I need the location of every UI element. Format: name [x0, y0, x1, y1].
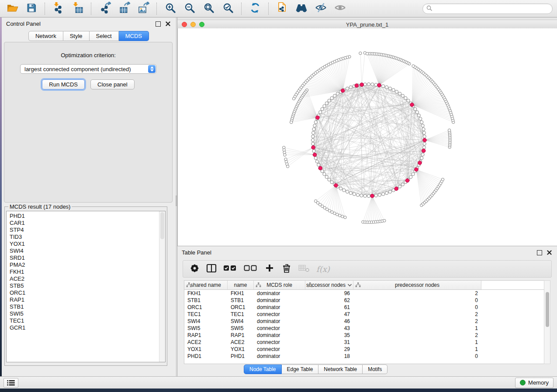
mcds-result-item[interactable]: TEC1	[10, 317, 165, 324]
float-panel-icon[interactable]	[156, 21, 161, 27]
cell-predecessor-nodes[interactable]: 2	[353, 311, 481, 318]
tab-mcds[interactable]: MCDS	[119, 31, 149, 41]
column-header-successor-nodes[interactable]: successor nodes	[305, 281, 353, 289]
cell-shared-name[interactable]: YOX1	[184, 346, 228, 353]
cell-name[interactable]: STB1	[228, 297, 254, 304]
mcds-list-scrollbar[interactable]	[159, 211, 165, 362]
cell-name[interactable]: RAP1	[228, 332, 254, 339]
cell-shared-name[interactable]: RAP1	[184, 332, 228, 339]
hide-selected-button[interactable]	[313, 2, 329, 16]
open-folder-button[interactable]	[4, 2, 20, 16]
cell-successor-nodes[interactable]: 43	[305, 325, 353, 332]
import-table-button[interactable]	[70, 2, 86, 16]
cell-predecessor-nodes[interactable]: 1	[353, 346, 481, 353]
cell-name[interactable]: FKH1	[228, 290, 254, 297]
cell-predecessor-nodes[interactable]: 0	[353, 304, 481, 311]
cell-predecessor-nodes[interactable]: 1	[353, 325, 481, 332]
column-view-button[interactable]	[206, 263, 217, 275]
close-table-panel-icon[interactable]	[547, 250, 552, 255]
run-mcds-button[interactable]: Run MCDS	[42, 79, 85, 89]
cell-MCDS-role[interactable]: connector	[254, 339, 305, 346]
cell-name[interactable]: ACE2	[228, 339, 254, 346]
table-row[interactable]: FKH1FKH1dominator962	[184, 290, 544, 297]
table-row[interactable]: ACE2ACE2connector311	[184, 339, 544, 346]
mcds-result-item[interactable]: SRD1	[10, 254, 165, 261]
zoom-selected-button[interactable]	[220, 2, 236, 16]
cell-MCDS-role[interactable]: dominator	[254, 297, 305, 304]
cell-shared-name[interactable]: SWI4	[184, 318, 228, 325]
tab-motifs[interactable]: Motifs	[363, 364, 387, 374]
node-table[interactable]: shared namenameMCDS rolesuccessor nodesp…	[184, 280, 545, 364]
cell-name[interactable]: ORC1	[228, 304, 254, 311]
table-row[interactable]: SWI5SWI5connector431	[184, 325, 544, 332]
cell-name[interactable]: PHD1	[228, 353, 254, 360]
cell-name[interactable]: TEC1	[228, 311, 254, 318]
column-header-MCDS-role[interactable]: MCDS role	[254, 281, 305, 289]
tab-network-table[interactable]: Network Table	[318, 364, 363, 374]
cell-successor-nodes[interactable]: 29	[305, 346, 353, 353]
export-image-button[interactable]	[135, 2, 151, 16]
cell-predecessor-nodes[interactable]: 2	[353, 318, 481, 325]
mcds-result-item[interactable]: PMA2	[10, 261, 165, 268]
delete-column-button[interactable]	[281, 263, 292, 275]
import-network-button[interactable]	[51, 2, 66, 16]
select-all-button[interactable]	[223, 263, 237, 275]
float-table-panel-icon[interactable]	[537, 250, 542, 255]
cell-successor-nodes[interactable]: 47	[305, 311, 353, 318]
cell-shared-name[interactable]: SWI5	[184, 325, 228, 332]
gear-button[interactable]	[189, 263, 200, 275]
cell-predecessor-nodes[interactable]: 2	[353, 332, 481, 339]
mcds-result-item[interactable]: FKH1	[10, 268, 165, 275]
cell-MCDS-role[interactable]: connector	[254, 325, 305, 332]
task-history-button[interactable]	[3, 378, 18, 388]
mcds-result-item[interactable]: PHD1	[10, 213, 165, 220]
network-window-titlebar[interactable]: YPA_prune.txt_1	[177, 20, 557, 29]
save-button[interactable]	[24, 2, 39, 16]
network-canvas[interactable]	[177, 28, 557, 246]
mcds-result-item[interactable]: STB1	[10, 303, 165, 310]
export-table-button[interactable]	[116, 2, 132, 16]
add-column-button[interactable]	[264, 263, 275, 275]
table-scrollbar-thumb[interactable]	[546, 292, 549, 327]
cell-shared-name[interactable]: ACE2	[184, 339, 228, 346]
cell-predecessor-nodes[interactable]: 0	[353, 297, 481, 304]
zoom-out-button[interactable]	[182, 2, 197, 16]
mcds-result-item[interactable]: ACE2	[10, 275, 165, 282]
cell-shared-name[interactable]: TEC1	[184, 311, 228, 318]
cell-predecessor-nodes[interactable]: 0	[353, 353, 481, 360]
tab-select[interactable]: Select	[90, 31, 119, 41]
close-panel-icon[interactable]	[166, 21, 170, 26]
table-row[interactable]: RAP1RAP1dominator352	[184, 332, 544, 339]
cell-name[interactable]: SWI5	[228, 325, 254, 332]
cell-MCDS-role[interactable]: connector	[254, 311, 305, 318]
mcds-result-item[interactable]: GCR1	[10, 324, 165, 331]
mcds-result-item[interactable]: YOX1	[10, 241, 165, 248]
refresh-button[interactable]	[247, 2, 263, 16]
mcds-result-item[interactable]: SWI4	[10, 248, 165, 254]
cell-MCDS-role[interactable]: connector	[254, 346, 305, 353]
search-input[interactable]	[434, 5, 549, 12]
export-network-button[interactable]	[97, 2, 113, 16]
cell-successor-nodes[interactable]: 46	[305, 318, 353, 325]
column-header-name[interactable]: name	[228, 281, 254, 289]
cell-successor-nodes[interactable]: 18	[305, 353, 353, 360]
table-row[interactable]: TEC1TEC1connector472	[184, 311, 544, 318]
splitter-grip[interactable]	[176, 196, 177, 206]
column-header-predecessor-nodes[interactable]: predecessor nodes	[353, 281, 481, 289]
table-row[interactable]: STB1STB1dominator620	[184, 297, 544, 304]
mcds-result-item[interactable]: STB5	[10, 282, 165, 289]
scrollbar-thumb[interactable]	[160, 212, 164, 239]
cell-predecessor-nodes[interactable]: 1	[353, 339, 481, 346]
tab-node-table[interactable]: Node Table	[244, 364, 282, 374]
optimization-select[interactable]: largest connected component (undirected)	[20, 64, 156, 74]
cell-name[interactable]: YOX1	[228, 346, 254, 353]
cell-successor-nodes[interactable]: 35	[305, 332, 353, 339]
deselect-all-button[interactable]	[244, 263, 258, 275]
search-network-button[interactable]	[294, 2, 309, 16]
mcds-result-item[interactable]: SWI5	[10, 310, 165, 317]
cell-shared-name[interactable]: PHD1	[184, 353, 228, 360]
cell-name[interactable]: SWI4	[228, 318, 254, 325]
table-row[interactable]: SWI4SWI4dominator462	[184, 318, 544, 325]
mcds-result-item[interactable]: ORC1	[10, 289, 165, 296]
table-row[interactable]: ORC1ORC1dominator610	[184, 304, 544, 311]
